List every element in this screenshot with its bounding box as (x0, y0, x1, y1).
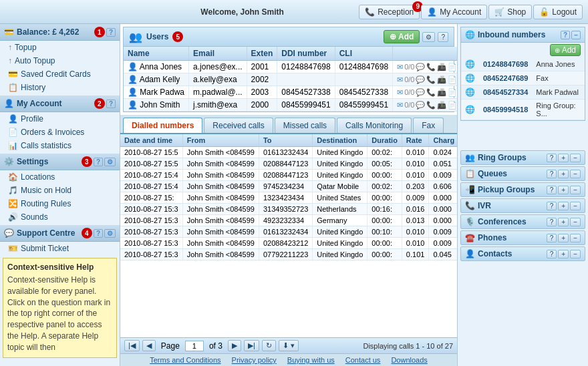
table-row[interactable]: 👤 Anna Jones a.jones@ex... 2001 01248847… (124, 61, 457, 73)
doc-icon[interactable]: 📄 (448, 101, 457, 110)
section-minus-btn[interactable]: − (570, 234, 581, 242)
fax-icon[interactable]: 📠 (437, 88, 446, 97)
sidebar-item-submit-ticket[interactable]: 🎫 Submit Ticket (0, 242, 120, 255)
refresh-btn[interactable]: ↻ (262, 340, 276, 351)
phone-icon[interactable]: 📞 (426, 63, 436, 71)
section-help-btn[interactable]: ? (547, 170, 557, 178)
sidebar-item-auto-topup[interactable]: ↑ Auto Topup (0, 54, 120, 67)
support-help-btn[interactable]: ? (94, 229, 103, 238)
inbound-help-btn[interactable]: ? (561, 31, 570, 39)
next-page-btn[interactable]: ▶ (228, 340, 241, 351)
account-help-btn[interactable]: ? (106, 100, 116, 108)
footer-link-1[interactable]: Privacy policy (232, 356, 277, 364)
section-add-btn[interactable]: + (558, 202, 569, 210)
shop-btn[interactable]: 🛒 Shop (488, 5, 532, 19)
sidebar-item-calls-stats[interactable]: 📊 Calls statistics (0, 139, 120, 152)
section-minus-btn[interactable]: − (570, 186, 581, 194)
section-help-btn[interactable]: ? (547, 218, 557, 226)
sidebar-item-history[interactable]: 📋 History (0, 81, 120, 94)
list-item[interactable]: 2010-08-27 15:3John Smith <0845994923232… (120, 215, 457, 226)
sidebar-item-routing[interactable]: 🔀 Routing Rules (0, 197, 120, 210)
calls-table-wrap[interactable]: Date and timeFromToDestinationDuratioRat… (120, 134, 457, 337)
fax-icon[interactable]: 📠 (437, 75, 446, 84)
section-add-btn[interactable]: + (558, 250, 569, 258)
settings-config-btn[interactable]: ⚙ (104, 158, 116, 166)
tab-fax[interactable]: Fax (413, 118, 444, 133)
reception-btn[interactable]: 📞 Reception 9 (359, 5, 420, 19)
users-settings-btn[interactable]: ⚙ (422, 32, 435, 42)
chat-icon[interactable]: 💬 (416, 75, 425, 84)
list-item[interactable]: 2010-08-27 15:5John Smith <0845990161323… (120, 147, 457, 158)
inbound-number-row[interactable]: 🌐 08452247689 Fax (461, 71, 585, 85)
phone-icon[interactable]: 📞 (426, 75, 436, 84)
tab-calls-monitoring[interactable]: Calls Monitoring (337, 118, 412, 133)
right-section-header[interactable]: 👥 Ring Groups ? + − (460, 150, 585, 165)
doc-icon[interactable]: 📄 (448, 63, 457, 71)
section-help-btn[interactable]: ? (547, 202, 557, 210)
section-minus-btn[interactable]: − (570, 202, 581, 210)
doc-icon[interactable]: 📄 (448, 88, 457, 97)
right-section-header[interactable]: 📋 Queues ? + − (460, 166, 585, 181)
list-item[interactable]: 2010-08-27 15:John Smith <08459913234234… (120, 192, 457, 204)
section-add-btn[interactable]: + (558, 154, 569, 162)
sidebar-item-topup[interactable]: ↑ Topup (0, 41, 120, 54)
sidebar-support-header[interactable]: 💬 Support Centre 4 ? ⚙ (0, 225, 120, 242)
sidebar-item-locations[interactable]: 🏠 Locations (0, 170, 120, 184)
mail-icon[interactable]: ✉ (397, 101, 403, 110)
section-help-btn[interactable]: ? (547, 234, 557, 242)
right-section-header[interactable]: 👤 Contacts ? + − (460, 246, 585, 261)
footer-link-0[interactable]: Terms and Conditions (150, 356, 220, 364)
export-btn[interactable]: ⬇ ▾ (279, 340, 299, 351)
footer-link-4[interactable]: Downloads (391, 356, 427, 364)
prev-page-btn[interactable]: ◀ (142, 340, 156, 351)
list-item[interactable]: 2010-08-27 15:4John Smith <0845999745234… (120, 181, 457, 192)
inbound-minus-btn[interactable]: − (571, 31, 581, 39)
phone-icon[interactable]: 📞 (426, 88, 436, 97)
right-section-header[interactable]: 📞 IVR ? + − (460, 198, 585, 213)
section-help-btn[interactable]: ? (547, 250, 557, 258)
list-item[interactable]: 2010-08-27 15:3John Smith <0845990208842… (120, 238, 457, 249)
section-help-btn[interactable]: ? (547, 186, 557, 194)
section-add-btn[interactable]: + (558, 218, 569, 226)
inbound-number-row[interactable]: 🌐 08459994518 Ring Group: S... (461, 100, 585, 120)
sidebar-item-sounds[interactable]: 🔊 Sounds (0, 210, 120, 224)
sidebar-balance-header[interactable]: 💳 Balance: £ 4,262 1 ? (0, 24, 120, 41)
inbound-number-row[interactable]: 🌐 01248847698 Anna Jones (461, 57, 585, 71)
footer-link-2[interactable]: Buying with us (287, 356, 335, 364)
chat-icon[interactable]: 💬 (416, 101, 425, 110)
my-account-btn[interactable]: 👤 My Account (421, 5, 487, 19)
sidebar-item-music-on-hold[interactable]: 🎵 Music on Hold (0, 184, 120, 197)
section-add-btn[interactable]: + (558, 186, 569, 194)
section-minus-btn[interactable]: − (570, 154, 581, 162)
mail-icon[interactable]: ✉ (397, 88, 403, 97)
sidebar-settings-header[interactable]: ⚙️ Settings 3 ? ⚙ (0, 154, 120, 170)
doc-icon[interactable]: 📄 (448, 75, 457, 84)
list-item[interactable]: 2010-08-27 15:5John Smith <0845990208844… (120, 158, 457, 170)
chat-icon[interactable]: 💬 (416, 88, 425, 97)
fax-icon[interactable]: 📠 (437, 101, 446, 110)
settings-help-btn[interactable]: ? (94, 158, 103, 166)
mail-icon[interactable]: ✉ (397, 63, 403, 71)
phone-icon[interactable]: 📞 (426, 101, 436, 110)
users-help-btn[interactable]: ? (438, 32, 448, 42)
list-item[interactable]: 2010-08-27 15:3John Smith <0845990779221… (120, 249, 457, 260)
tab-missed-calls[interactable]: Missed calls (275, 118, 335, 133)
right-section-header[interactable]: 🎙️ Conferences ? + − (460, 214, 585, 229)
tab-received-calls[interactable]: Received calls (204, 118, 273, 133)
list-item[interactable]: 2010-08-27 15:4John Smith <0845990208844… (120, 170, 457, 181)
section-help-btn[interactable]: ? (547, 154, 557, 162)
right-section-header[interactable]: 📲 Pickup Groups ? + − (460, 182, 585, 197)
support-config-btn[interactable]: ⚙ (104, 229, 116, 238)
page-input[interactable] (185, 341, 204, 351)
table-row[interactable]: 👤 Adam Kelly a.kelly@exa 2002 ✉ 0/0 💬 📞 … (124, 73, 457, 86)
section-add-btn[interactable]: + (558, 170, 569, 178)
right-section-header[interactable]: ☎️ Phones ? + − (460, 230, 585, 245)
fax-icon[interactable]: 📠 (437, 63, 446, 71)
tab-dialled-numbers[interactable]: Dialled numbers (123, 118, 202, 133)
table-row[interactable]: 👤 John Smith j.smith@exa 2000 0845599945… (124, 99, 457, 112)
section-minus-btn[interactable]: − (570, 218, 581, 226)
list-item[interactable]: 2010-08-27 15:3John Smith <0845993134935… (120, 204, 457, 215)
balance-help-btn[interactable]: ? (106, 28, 116, 37)
list-item[interactable]: 2010-08-27 15:3John Smith <0845990161323… (120, 226, 457, 238)
section-minus-btn[interactable]: − (570, 250, 581, 258)
